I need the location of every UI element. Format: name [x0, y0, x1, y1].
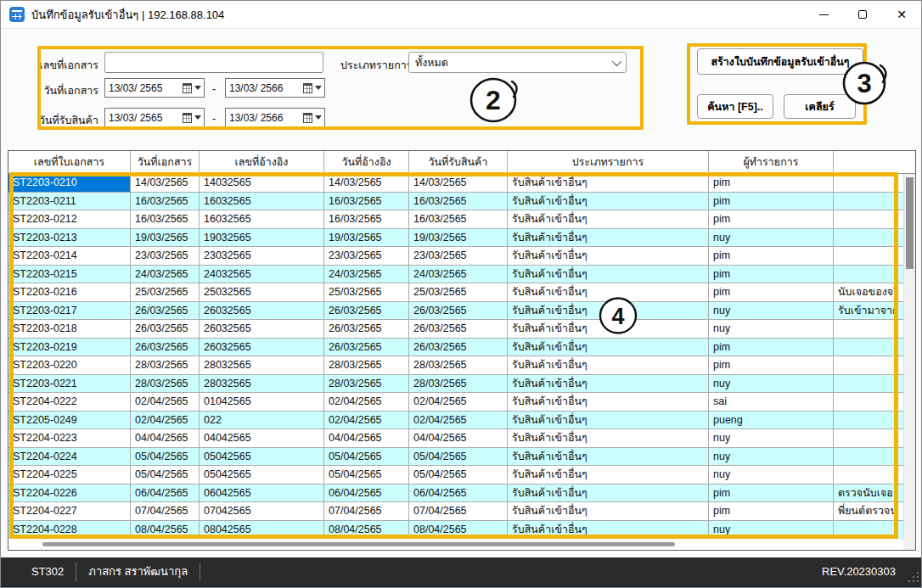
table-cell[interactable]: 08/04/2565: [131, 521, 200, 539]
table-row[interactable]: ST2204-022808/04/25650804256508/04/25650…: [8, 521, 903, 539]
table-cell[interactable]: รับเข้ามาจาก: [834, 302, 903, 321]
table-row[interactable]: ST2203-021216/03/25651603256516/03/25651…: [8, 210, 903, 229]
table-cell[interactable]: ST2203-0217: [8, 302, 131, 321]
table-cell[interactable]: 19/03/2565: [324, 229, 409, 248]
table-cell[interactable]: 04042565: [200, 429, 324, 448]
table-cell[interactable]: 02/04/2565: [409, 393, 508, 412]
table-cell[interactable]: 23032565: [200, 247, 324, 266]
column-header[interactable]: [834, 151, 903, 173]
doc-date-to-picker[interactable]: 13/03/ 2566: [225, 78, 325, 98]
column-header[interactable]: วันที่อ้างอิง: [324, 151, 409, 173]
table-cell[interactable]: 28/03/2565: [131, 356, 200, 375]
table-cell[interactable]: ST2205-0249: [8, 412, 131, 430]
table-row[interactable]: ST2203-021014/03/25651403256514/03/25651…: [8, 174, 903, 193]
table-cell[interactable]: นับเจอของจริ: [834, 283, 903, 302]
table-cell[interactable]: 02/04/2565: [131, 412, 200, 430]
clear-button[interactable]: เคลียร์: [784, 94, 856, 119]
table-cell[interactable]: 02/04/2565: [409, 412, 508, 430]
table-row[interactable]: ST2203-021926/03/25652603256526/03/25652…: [8, 339, 903, 357]
table-cell[interactable]: รับสินค้าเข้าอื่นๆ: [508, 283, 709, 302]
table-cell[interactable]: รับสินค้าเข้าอื่นๆ: [508, 484, 709, 503]
table-cell[interactable]: 25/03/2565: [131, 283, 200, 302]
table-cell[interactable]: 07/04/2565: [324, 502, 409, 521]
table-cell[interactable]: 26/03/2565: [409, 320, 508, 339]
table-cell[interactable]: 05/04/2565: [131, 448, 200, 467]
table-cell[interactable]: 16/03/2565: [324, 193, 409, 211]
table-cell[interactable]: 26032565: [200, 302, 324, 321]
table-cell[interactable]: 26/03/2565: [131, 339, 200, 357]
table-cell[interactable]: รับสินค้าเข้าอื่นๆ: [508, 429, 709, 448]
table-cell[interactable]: 16/03/2565: [409, 210, 508, 229]
column-header[interactable]: เลขที่อ้างอิง: [200, 151, 324, 173]
table-cell[interactable]: รับสินค้าเข้าอื่นๆ: [508, 356, 709, 375]
table-cell[interactable]: pim: [709, 193, 834, 211]
table-cell[interactable]: [834, 393, 903, 412]
table-cell[interactable]: รับสินค้าเข้าอื่นๆ: [508, 193, 709, 211]
table-cell[interactable]: ST2203-0219: [8, 339, 131, 357]
table-cell[interactable]: [834, 356, 903, 375]
search-button[interactable]: ค้นหา [F5]..: [697, 94, 773, 119]
table-cell[interactable]: nuy: [709, 320, 834, 339]
table-cell[interactable]: pim: [709, 356, 834, 375]
table-cell[interactable]: 05/04/2565: [324, 466, 409, 484]
column-header[interactable]: วันที่รับสินค้า: [409, 151, 508, 173]
table-cell[interactable]: 28/03/2565: [409, 356, 508, 375]
table-row[interactable]: ST2203-022028/03/25652803256528/03/25652…: [8, 356, 903, 375]
table-cell[interactable]: ST2203-0215: [8, 266, 131, 284]
table-cell[interactable]: รับสินค้าเข้าอื่นๆ: [508, 266, 709, 284]
maximize-button[interactable]: [843, 1, 882, 28]
table-cell[interactable]: nuy: [709, 448, 834, 467]
table-row[interactable]: ST2204-022304/04/25650404256504/04/25650…: [8, 429, 903, 448]
table-cell[interactable]: 24/03/2565: [131, 266, 200, 284]
table-row[interactable]: ST2203-021726/03/25652603256526/03/25652…: [8, 302, 903, 321]
horizontal-scrollbar[interactable]: [8, 538, 903, 550]
table-cell[interactable]: ST2203-0214: [8, 247, 131, 266]
table-cell[interactable]: 02/04/2565: [324, 412, 409, 430]
table-cell[interactable]: 04/04/2565: [409, 429, 508, 448]
table-cell[interactable]: 05/04/2565: [324, 448, 409, 467]
table-row[interactable]: ST2204-022707/04/25650704256507/04/25650…: [8, 502, 903, 521]
table-cell[interactable]: ST2204-0227: [8, 502, 131, 521]
table-cell[interactable]: nuy: [709, 429, 834, 448]
table-cell[interactable]: 06/04/2565: [131, 484, 200, 503]
table-cell[interactable]: 24/03/2565: [324, 266, 409, 284]
close-button[interactable]: ✕: [882, 1, 921, 28]
table-cell[interactable]: 022: [200, 412, 324, 430]
table-cell[interactable]: รับสินค้าเข้าอื่นๆ: [508, 466, 709, 484]
table-cell[interactable]: 06/04/2565: [409, 484, 508, 503]
table-cell[interactable]: ST2203-0218: [8, 320, 131, 339]
table-cell[interactable]: 07042565: [200, 502, 324, 521]
table-cell[interactable]: ตรวจนับเจอ: [834, 484, 903, 503]
table-cell[interactable]: 16032565: [200, 210, 324, 229]
type-combobox[interactable]: ทั้งหมด: [408, 52, 627, 73]
doc-no-input[interactable]: [104, 52, 323, 73]
table-cell[interactable]: [834, 320, 903, 339]
resize-grip[interactable]: [908, 572, 919, 582]
table-row[interactable]: ST2203-021524/03/25652403256524/03/25652…: [8, 266, 903, 284]
table-cell[interactable]: 28/03/2565: [324, 375, 409, 394]
table-cell[interactable]: รับสินค้าเข้าอื่นๆ: [508, 521, 709, 539]
table-cell[interactable]: 25/03/2565: [324, 283, 409, 302]
table-cell[interactable]: 28032565: [200, 375, 324, 394]
table-cell[interactable]: 05/04/2565: [409, 466, 508, 484]
table-row[interactable]: ST2203-021116/03/25651603256516/03/25651…: [8, 193, 903, 211]
table-cell[interactable]: nuy: [709, 302, 834, 321]
table-cell[interactable]: 14/03/2565: [131, 174, 200, 193]
table-cell[interactable]: รับสินค้าเข้าอื่นๆ: [508, 320, 709, 339]
table-cell[interactable]: sai: [709, 393, 834, 412]
table-cell[interactable]: [834, 193, 903, 211]
table-cell[interactable]: pim: [709, 283, 834, 302]
table-row[interactable]: ST2204-022202/04/25650104256502/04/25650…: [8, 393, 903, 412]
table-row[interactable]: ST2203-021625/03/25652503256525/03/25652…: [8, 283, 903, 302]
column-header[interactable]: ผู้ทำรายการ: [709, 151, 834, 173]
table-cell[interactable]: รับสินค้าเข้าอื่นๆ: [508, 229, 709, 248]
table-cell[interactable]: 19032565: [200, 229, 324, 248]
column-header[interactable]: วันที่เอกสาร: [131, 151, 200, 173]
table-cell[interactable]: 05/04/2565: [131, 466, 200, 484]
table-cell[interactable]: 06042565: [200, 484, 324, 503]
table-cell[interactable]: pim: [709, 210, 834, 229]
table-cell[interactable]: พี่ยนต์ตรวจน: [834, 502, 903, 521]
table-cell[interactable]: 24032565: [200, 266, 324, 284]
table-cell[interactable]: ST2204-0225: [8, 466, 131, 484]
column-header[interactable]: เลขที่ใบเอกสาร: [8, 151, 131, 173]
